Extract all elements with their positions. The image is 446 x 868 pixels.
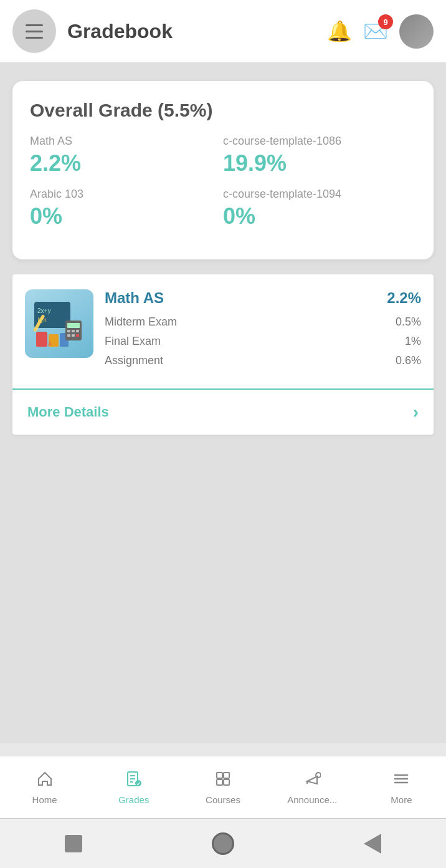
- device-home-button[interactable]: [212, 832, 234, 855]
- more-details-label: More Details: [27, 404, 109, 420]
- grade-item-template-1094: c-course-template-1094 0%: [223, 188, 416, 241]
- svg-rect-8: [67, 330, 70, 332]
- course-card-math-as: 2x+y ∫∑π: [12, 274, 434, 435]
- grades-icon: ✓: [125, 770, 143, 792]
- grade-value-math-as: 2.2%: [30, 150, 223, 176]
- grade-label-template-1086: c-course-template-1086: [223, 135, 416, 148]
- svg-rect-3: [36, 332, 47, 347]
- avatar[interactable]: [399, 14, 434, 49]
- nav-item-announcements[interactable]: Announce...: [268, 756, 357, 818]
- course-card-body: 2x+y ∫∑π: [12, 274, 434, 388]
- grade-item-template-1086: c-course-template-1086 19.9%: [223, 135, 416, 188]
- course-detail-midterm: Midterm Exam 0.5%: [105, 316, 421, 329]
- mail-button[interactable]: ✉️ 9: [363, 19, 388, 43]
- nav-label-courses: Courses: [206, 794, 240, 805]
- grade-item-arabic: Arabic 103 0%: [30, 188, 223, 241]
- svg-rect-10: [76, 330, 79, 332]
- grade-label-math-as: Math AS: [30, 135, 223, 148]
- course-detail-final: Final Exam 1%: [105, 335, 421, 348]
- svg-line-28: [317, 776, 318, 778]
- midterm-value: 0.5%: [396, 316, 421, 329]
- notification-badge: 9: [378, 14, 393, 29]
- notification-bell-icon[interactable]: 🔔: [327, 19, 352, 43]
- header-icons: 🔔 ✉️ 9: [327, 14, 434, 49]
- nav-item-more[interactable]: More: [357, 756, 446, 818]
- more-details-button[interactable]: More Details ›: [12, 388, 434, 435]
- svg-rect-23: [224, 773, 229, 778]
- svg-rect-13: [76, 334, 79, 337]
- nav-item-courses[interactable]: Courses: [178, 756, 267, 818]
- svg-rect-25: [224, 779, 229, 785]
- device-square-button[interactable]: [65, 835, 82, 852]
- grade-value-arabic: 0%: [30, 203, 223, 229]
- svg-rect-11: [67, 334, 70, 337]
- header: Gradebook 🔔 ✉️ 9: [0, 0, 446, 62]
- nav-label-grades: Grades: [118, 794, 149, 805]
- nav-item-home[interactable]: Home: [0, 756, 89, 818]
- main-content: Overall Grade (5.5%) Math AS 2.2% c-cour…: [0, 62, 446, 743]
- home-icon: [36, 770, 54, 792]
- device-bar: [0, 818, 446, 868]
- course-name: Math AS: [105, 289, 164, 307]
- nav-label-home: Home: [32, 794, 57, 805]
- course-detail-assignment: Assignment 0.6%: [105, 354, 421, 367]
- courses-icon: [214, 770, 232, 792]
- assignment-label: Assignment: [105, 354, 163, 367]
- final-value: 1%: [405, 335, 421, 348]
- chevron-right-icon: ›: [413, 402, 419, 422]
- grade-item-math-as: Math AS 2.2%: [30, 135, 223, 188]
- nav-label-announcements: Announce...: [287, 794, 337, 805]
- nav-item-grades[interactable]: ✓ Grades: [89, 756, 178, 818]
- svg-rect-24: [217, 779, 222, 785]
- svg-text:2x+y: 2x+y: [37, 307, 50, 314]
- course-image: 2x+y ∫∑π: [25, 289, 93, 358]
- device-back-button[interactable]: [364, 834, 381, 854]
- grade-label-arabic: Arabic 103: [30, 188, 223, 201]
- more-icon: [392, 770, 410, 792]
- overall-grade-card: Overall Grade (5.5%) Math AS 2.2% c-cour…: [12, 81, 434, 259]
- svg-rect-22: [217, 773, 222, 778]
- grade-grid: Math AS 2.2% c-course-template-1086 19.9…: [30, 135, 416, 241]
- course-thumbnail: 2x+y ∫∑π: [31, 296, 87, 352]
- course-header-row: Math AS 2.2%: [105, 289, 421, 307]
- course-details: Math AS 2.2% Midterm Exam 0.5% Final Exa…: [105, 289, 421, 374]
- grade-value-template-1086: 19.9%: [223, 150, 416, 176]
- svg-rect-12: [72, 334, 75, 337]
- final-label: Final Exam: [105, 335, 161, 348]
- menu-button[interactable]: [12, 9, 56, 53]
- bottom-navigation: Home ✓ Grades Courses: [0, 756, 446, 818]
- svg-text:✓: ✓: [136, 781, 141, 787]
- course-percentage: 2.2%: [387, 289, 421, 307]
- hamburger-icon: [26, 24, 43, 39]
- announcements-icon: [303, 770, 321, 792]
- nav-label-more: More: [391, 794, 412, 805]
- assignment-value: 0.6%: [396, 354, 421, 367]
- grade-label-template-1094: c-course-template-1094: [223, 188, 416, 201]
- svg-rect-9: [72, 330, 75, 332]
- svg-rect-7: [67, 323, 80, 328]
- grade-value-template-1094: 0%: [223, 203, 416, 229]
- midterm-label: Midterm Exam: [105, 316, 177, 329]
- overall-grade-title: Overall Grade (5.5%): [30, 100, 416, 121]
- page-title: Gradebook: [67, 20, 327, 43]
